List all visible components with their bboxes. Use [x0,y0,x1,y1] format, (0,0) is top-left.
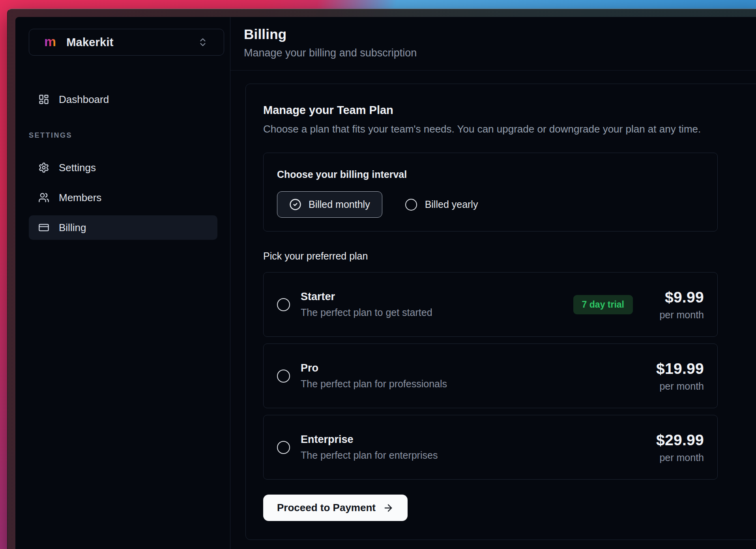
plan-description: The perfect plan to get started [301,307,432,318]
sidebar-section-settings: SETTINGS [29,131,217,140]
sidebar-item-billing[interactable]: Billing [29,215,217,240]
sidebar: m Makerkit [15,17,230,549]
plan-info: Enterprise The perfect plan for enterpri… [301,433,438,461]
plan-pricing: $29.99 per month [645,431,704,463]
credit-card-icon [38,222,49,233]
plan-period: per month [659,381,704,392]
price-column: $9.99 per month [645,289,704,321]
billing-interval-options: Billed monthly Billed yearly [277,191,704,218]
app-content: m Makerkit [15,17,756,549]
billed-monthly-label: Billed monthly [309,199,370,210]
plan-row-pro[interactable]: Pro The perfect plan for professionals $… [263,344,718,408]
sidebar-nav: Dashboard SETTINGS Settings [29,87,217,240]
sidebar-item-members[interactable]: Members [29,185,217,210]
plan-price: $9.99 [665,289,704,306]
billed-yearly-option[interactable]: Billed yearly [405,199,478,211]
main-content: Billing Manage your billing and subscrip… [230,17,756,549]
plan-name: Starter [301,291,432,303]
plan-period: per month [659,309,704,321]
plan-row-starter[interactable]: Starter The perfect plan to get started … [263,272,718,337]
billed-monthly-option[interactable]: Billed monthly [277,191,382,218]
radio-circle-icon[interactable] [277,370,290,383]
billing-interval-box: Choose your billing interval Billed mont… [263,153,718,232]
check-circle-icon [289,198,301,211]
card-description: Choose a plan that fits your team's need… [263,123,756,135]
app-window: m Makerkit [7,9,756,549]
sidebar-item-label: Dashboard [59,93,109,106]
team-plan-card: Manage your Team Plan Choose a plan that… [245,84,756,540]
team-name: Makerkit [66,36,113,49]
page-title: Billing [244,26,756,42]
plan-info: Pro The perfect plan for professionals [301,362,447,390]
sidebar-settings-group: Settings Members [29,155,217,240]
plan-description: The perfect plan for professionals [301,378,447,390]
billed-yearly-label: Billed yearly [425,199,478,210]
sidebar-item-label: Members [59,192,101,204]
dashboard-icon [38,94,49,105]
plan-list: Starter The perfect plan to get started … [263,272,718,480]
radio-circle-icon [405,199,417,211]
radio-circle-icon[interactable] [277,298,290,311]
makerkit-logo: m [44,35,56,48]
card-title: Manage your Team Plan [263,104,756,117]
gear-icon [38,162,49,173]
proceed-to-payment-label: Proceed to Payment [277,502,376,514]
radio-circle-icon[interactable] [277,441,290,454]
arrow-right-icon [383,502,394,514]
billing-interval-label: Choose your billing interval [277,169,704,180]
price-column: $29.99 per month [645,431,704,463]
plan-name: Enterprise [301,433,438,446]
plan-name: Pro [301,362,447,374]
page-subtitle: Manage your billing and subscription [244,47,756,59]
plan-period: per month [659,452,704,463]
plan-pricing: 7 day trial $9.99 per month [573,289,704,321]
plan-row-enterprise[interactable]: Enterprise The perfect plan for enterpri… [263,415,718,480]
trial-badge: 7 day trial [573,295,633,314]
proceed-to-payment-button[interactable]: Proceed to Payment [263,495,408,521]
sidebar-item-label: Settings [59,162,96,174]
users-icon [38,192,49,203]
plan-description: The perfect plan for enterprises [301,450,438,461]
team-selector[interactable]: m Makerkit [29,29,224,56]
sidebar-item-label: Billing [59,222,86,234]
plan-price: $19.99 [656,360,704,377]
price-column: $19.99 per month [645,360,704,392]
sidebar-item-dashboard[interactable]: Dashboard [29,87,217,112]
pick-plan-label: Pick your preferred plan [263,250,756,262]
chevrons-up-down-icon [198,37,208,47]
sidebar-item-settings[interactable]: Settings [29,155,217,180]
plan-info: Starter The perfect plan to get started [301,291,432,318]
plan-pricing: $19.99 per month [645,360,704,392]
plan-price: $29.99 [656,431,704,449]
page-header: Billing Manage your billing and subscrip… [230,17,756,71]
